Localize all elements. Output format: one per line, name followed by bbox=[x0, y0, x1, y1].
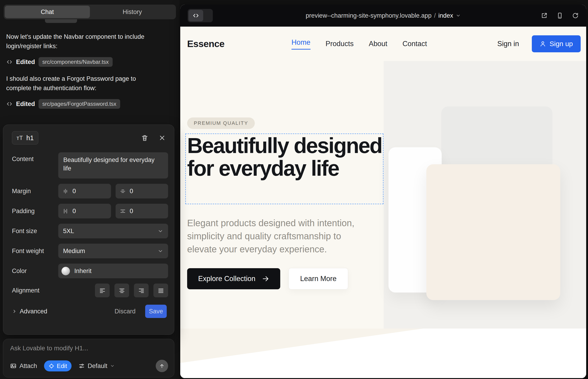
edited-file-row: Edited src/components/Navbar.tsx bbox=[6, 57, 150, 67]
align-center-button[interactable] bbox=[114, 284, 129, 297]
font-size-select[interactable]: 5XL bbox=[58, 224, 168, 238]
decor-card-cream bbox=[426, 164, 560, 300]
margin-label: Margin bbox=[12, 188, 58, 195]
save-button[interactable]: Save bbox=[145, 305, 167, 318]
url-separator: / bbox=[434, 12, 436, 19]
editor-footer: Advanced Discard Save bbox=[12, 305, 168, 318]
url-page: index bbox=[438, 12, 453, 19]
chat-panel: Chat History Now let's update the Navbar… bbox=[0, 0, 180, 379]
margin-horizontal-value: 0 bbox=[130, 188, 133, 195]
advanced-toggle[interactable]: Advanced bbox=[12, 308, 47, 315]
align-right-button[interactable] bbox=[134, 284, 149, 297]
composer-toolbar: Attach Edit Default bbox=[10, 360, 168, 372]
model-default-select[interactable]: Default bbox=[78, 363, 115, 370]
chat-message: Now let's update the Navbar component to… bbox=[6, 32, 150, 51]
chat-message: I should also create a Forgot Password p… bbox=[6, 74, 150, 93]
url-bar[interactable]: preview--charming-site-symphony.lovable.… bbox=[306, 12, 461, 19]
open-in-new-tab-icon[interactable] bbox=[541, 12, 548, 19]
color-swatch bbox=[62, 267, 70, 275]
align-justify-button[interactable] bbox=[154, 284, 168, 297]
margin-vertical-value: 0 bbox=[73, 188, 76, 195]
explore-collection-button[interactable]: Explore Collection bbox=[187, 268, 280, 289]
tab-chat[interactable]: Chat bbox=[5, 6, 90, 18]
selected-element-outline[interactable]: Beautifully designed for everyday life bbox=[185, 134, 384, 204]
content-row: Content Beautifully designed for everyda… bbox=[12, 152, 168, 178]
nav-link-products[interactable]: Products bbox=[326, 40, 354, 48]
chevron-down-icon bbox=[157, 248, 163, 254]
image-icon bbox=[10, 363, 16, 369]
default-label: Default bbox=[88, 363, 107, 370]
align-left-button[interactable] bbox=[95, 284, 110, 297]
code-preview-toggle[interactable] bbox=[187, 9, 213, 22]
sign-up-button[interactable]: Sign up bbox=[532, 35, 581, 52]
code-icon bbox=[6, 101, 13, 107]
chevron-down-icon bbox=[157, 228, 163, 234]
padding-horizontal-icon bbox=[120, 208, 126, 214]
edit-label: Edit bbox=[57, 363, 67, 370]
color-select[interactable]: Inherit bbox=[58, 264, 168, 278]
padding-horizontal-input[interactable]: 0 bbox=[116, 204, 168, 218]
edited-file-badge[interactable]: src/components/Navbar.tsx bbox=[39, 57, 113, 67]
editor-header: тT h1 bbox=[12, 131, 168, 144]
premium-quality-badge: PREMIUM QUALITY bbox=[187, 117, 255, 129]
margin-vertical-input[interactable]: 0 bbox=[58, 184, 111, 198]
attach-button[interactable]: Attach bbox=[10, 363, 37, 370]
hero-description: Elegant products designed with intention… bbox=[187, 217, 373, 256]
close-icon[interactable] bbox=[158, 134, 166, 142]
element-tag: h1 bbox=[26, 134, 34, 142]
font-weight-value: Medium bbox=[63, 248, 85, 255]
delete-element-button[interactable] bbox=[141, 134, 148, 142]
site-nav-links: Home Products About Contact bbox=[292, 38, 427, 49]
margin-row: Margin 0 0 bbox=[12, 184, 168, 198]
hero-headline[interactable]: Beautifully designed for everyday life bbox=[187, 134, 383, 180]
preview-panel: preview--charming-site-symphony.lovable.… bbox=[180, 0, 588, 379]
element-tag-pill[interactable]: тT h1 bbox=[12, 131, 38, 144]
refresh-icon[interactable] bbox=[572, 12, 579, 19]
editor-header-actions bbox=[141, 134, 168, 142]
sign-up-label: Sign up bbox=[549, 40, 573, 48]
color-label: Color bbox=[12, 268, 58, 275]
learn-more-button[interactable]: Learn More bbox=[289, 268, 348, 289]
typography-icon: тT bbox=[16, 134, 23, 142]
margin-horizontal-icon bbox=[120, 188, 126, 194]
advanced-label: Advanced bbox=[20, 308, 47, 315]
padding-vertical-input[interactable]: 0 bbox=[58, 204, 111, 218]
chevron-down-icon bbox=[110, 364, 115, 368]
composer-input[interactable] bbox=[10, 345, 168, 352]
chat-composer: Attach Edit Default bbox=[3, 339, 174, 377]
hero-cta-row: Explore Collection Learn More bbox=[187, 268, 348, 289]
nav-link-contact[interactable]: Contact bbox=[402, 40, 427, 48]
padding-row: Padding 0 0 bbox=[12, 204, 168, 218]
browser-topbar: preview--charming-site-symphony.lovable.… bbox=[180, 5, 586, 27]
edited-label: Edited bbox=[16, 100, 35, 108]
font-size-row: Font size 5XL bbox=[12, 224, 168, 238]
site-brand[interactable]: Essence bbox=[187, 39, 225, 49]
font-size-value: 5XL bbox=[63, 228, 74, 235]
edited-label: Edited bbox=[16, 59, 35, 66]
send-button[interactable] bbox=[156, 360, 168, 372]
edited-file-badge[interactable]: src/pages/ForgotPassword.tsx bbox=[39, 99, 120, 109]
browser-actions bbox=[541, 12, 579, 19]
discard-button[interactable]: Discard bbox=[114, 308, 136, 315]
site-navbar: Essence Home Products About Contact Sign… bbox=[180, 27, 586, 61]
mobile-view-icon[interactable] bbox=[556, 12, 563, 19]
nav-link-about[interactable]: About bbox=[369, 40, 387, 48]
sign-in-button[interactable]: Sign in bbox=[497, 40, 519, 48]
alignment-label: Alignment bbox=[12, 287, 58, 294]
person-icon bbox=[540, 41, 546, 47]
nav-link-home[interactable]: Home bbox=[292, 38, 310, 49]
site-nav-auth: Sign in Sign up bbox=[497, 35, 581, 52]
tab-history[interactable]: History bbox=[90, 6, 175, 18]
sliders-icon bbox=[78, 363, 85, 369]
content-input[interactable]: Beautifully designed for everyday life bbox=[58, 152, 168, 178]
arrow-right-icon bbox=[262, 275, 269, 283]
edited-file-row: Edited src/pages/ForgotPassword.tsx bbox=[6, 99, 150, 109]
edit-mode-toggle[interactable]: Edit bbox=[44, 360, 72, 371]
code-icon bbox=[6, 59, 13, 65]
preview-window: preview--charming-site-symphony.lovable.… bbox=[180, 5, 586, 378]
chevron-down-icon bbox=[456, 13, 461, 18]
font-weight-label: Font weight bbox=[12, 248, 58, 255]
margin-horizontal-input[interactable]: 0 bbox=[116, 184, 168, 198]
font-size-label: Font size bbox=[12, 228, 58, 235]
font-weight-select[interactable]: Medium bbox=[58, 244, 168, 258]
